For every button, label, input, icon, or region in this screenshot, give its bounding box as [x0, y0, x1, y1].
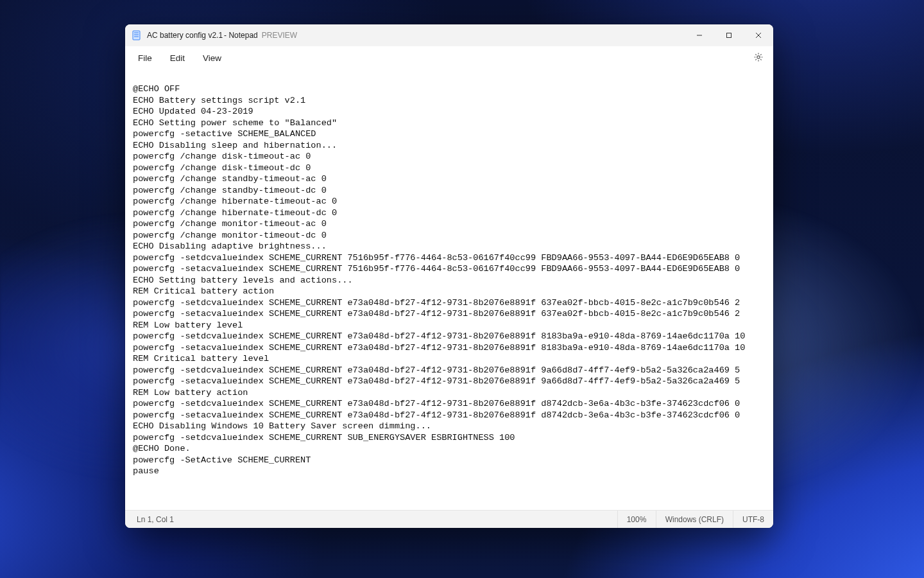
gear-icon [753, 52, 764, 64]
svg-rect-0 [133, 31, 140, 40]
titlebar[interactable]: AC battery config v2.1 - Notepad PREVIEW [125, 24, 773, 46]
statusbar: Ln 1, Col 1 100% Windows (CRLF) UTF-8 [125, 510, 773, 528]
status-cursor-position: Ln 1, Col 1 [125, 511, 183, 528]
maximize-button[interactable] [714, 24, 744, 46]
menubar: File Edit View [125, 46, 773, 71]
menu-view[interactable]: View [194, 49, 230, 67]
notepad-app-icon [132, 30, 142, 40]
document-content[interactable]: @ECHO OFF ECHO Battery settings script v… [133, 83, 766, 477]
minimize-button[interactable] [685, 24, 714, 46]
title-preview-badge: PREVIEW [262, 31, 297, 40]
status-line-ending: Windows (CRLF) [656, 511, 733, 528]
svg-point-8 [757, 56, 760, 58]
status-zoom[interactable]: 100% [617, 511, 656, 528]
notepad-window: AC battery config v2.1 - Notepad PREVIEW… [125, 24, 773, 528]
close-button[interactable] [744, 24, 773, 46]
svg-rect-5 [727, 33, 732, 38]
menu-edit[interactable]: Edit [161, 49, 194, 67]
settings-button[interactable] [748, 48, 769, 69]
text-editor[interactable]: @ECHO OFF ECHO Battery settings script v… [125, 71, 773, 510]
title-filename: AC battery config v2.1 [147, 31, 223, 40]
status-encoding: UTF-8 [733, 511, 773, 528]
title-appname: - Notepad [224, 31, 258, 40]
menu-file[interactable]: File [129, 49, 161, 67]
